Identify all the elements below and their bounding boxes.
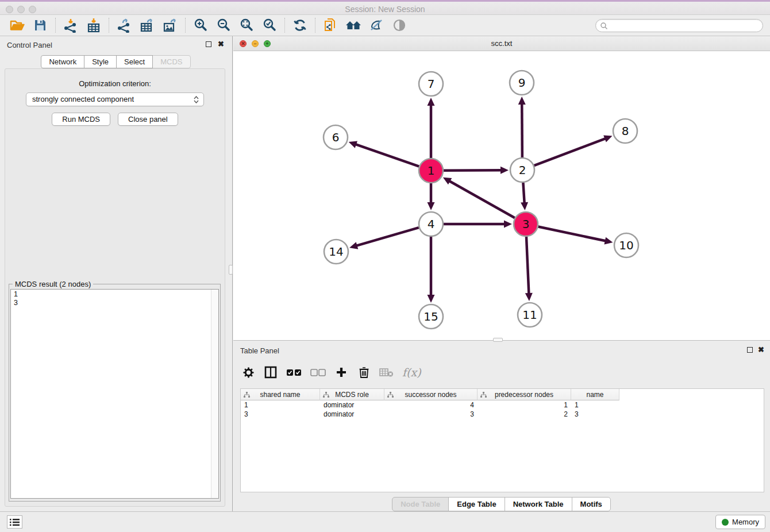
task-history-button[interactable] <box>7 515 22 529</box>
delete-button[interactable] <box>357 364 371 380</box>
window-title: Session: New Session <box>0 5 770 14</box>
tab-edge-table[interactable]: Edge Table <box>448 497 505 511</box>
mcds-panel: Optimization criterion: strongly connect… <box>5 68 225 507</box>
float-panel-icon[interactable] <box>206 41 211 47</box>
zoom-in-button[interactable] <box>189 16 212 34</box>
graph-edge-2-3[interactable] <box>523 183 524 203</box>
zoom-selected-button[interactable] <box>258 16 281 34</box>
graph-edge-1-2[interactable] <box>444 170 502 171</box>
graph-node-label: 7 <box>428 77 435 91</box>
graph-edge-arrowhead <box>525 293 533 301</box>
main-toolbar <box>0 15 770 36</box>
table-cell[interactable]: 3 <box>384 410 478 419</box>
zoom-in-icon <box>193 18 208 33</box>
table-cell[interactable]: dominator <box>320 400 384 410</box>
tab-node-table[interactable]: Node Table <box>392 497 449 511</box>
delete-table-button[interactable] <box>379 364 394 380</box>
mcds-result-line: 1 <box>11 290 218 298</box>
gear-button[interactable] <box>241 364 255 380</box>
deselect-all-columns-button[interactable] <box>310 364 326 380</box>
table-cell[interactable]: dominator <box>320 410 384 419</box>
float-table-panel-icon[interactable] <box>747 347 753 353</box>
graph-node-label: 11 <box>522 308 537 322</box>
export-table-button[interactable] <box>136 16 159 34</box>
control-panel-tabs: Network Style Select MCDS <box>0 55 232 68</box>
graph-node-label: 15 <box>424 310 438 323</box>
zoom-out-button[interactable] <box>212 16 235 34</box>
column-header-mcds-role[interactable]: MCDS role <box>320 389 384 400</box>
graph-edge-3-11[interactable] <box>526 237 529 294</box>
node-table-header: shared name MCDS role successor nodes pr… <box>241 389 764 400</box>
search-input[interactable] <box>608 21 763 31</box>
close-panel-icon[interactable]: ✖ <box>218 40 224 48</box>
tab-select[interactable]: Select <box>116 55 153 68</box>
network-canvas[interactable]: 1234678910111415 <box>233 51 770 340</box>
home-neighbors-icon <box>345 18 362 32</box>
table-cell[interactable]: 3 <box>241 410 320 419</box>
graph-edge-3-1[interactable] <box>449 181 514 218</box>
graph-edge-arrowhead <box>428 202 435 210</box>
graph-edge-3-10[interactable] <box>538 227 606 241</box>
memory-button[interactable]: Memory <box>715 515 765 529</box>
graph-edge-2-9[interactable] <box>522 103 522 157</box>
run-mcds-button[interactable]: Run MCDS <box>52 113 110 126</box>
horizontal-splitter-grip[interactable] <box>493 338 503 342</box>
column-header-name[interactable]: name <box>571 389 619 400</box>
graph-node-label: 10 <box>619 238 633 252</box>
close-table-panel-icon[interactable]: ✖ <box>758 345 764 354</box>
export-image-button[interactable] <box>159 16 182 34</box>
tab-style[interactable]: Style <box>84 55 117 68</box>
criterion-select[interactable]: strongly connected component <box>26 92 204 106</box>
refresh-layout-button[interactable] <box>288 16 311 34</box>
tab-mcds[interactable]: MCDS <box>152 55 190 68</box>
function-builder-button[interactable]: f(x) <box>402 364 421 380</box>
table-row[interactable]: 3dominator323 <box>241 410 764 419</box>
hierarchy-icon <box>244 392 250 398</box>
save-session-button[interactable] <box>29 16 52 34</box>
table-cell[interactable]: 1 <box>241 400 320 410</box>
mcds-result-legend: MCDS result (2 nodes) <box>13 280 93 288</box>
show-graphics-button[interactable] <box>388 16 411 34</box>
copy-network-button[interactable] <box>319 16 342 34</box>
mcds-result-list[interactable]: 13 <box>10 289 219 499</box>
table-cell[interactable]: 2 <box>478 410 571 419</box>
tab-network[interactable]: Network <box>41 55 84 68</box>
column-layout-button[interactable] <box>264 364 278 380</box>
column-header-shared-name[interactable]: shared name <box>241 389 320 400</box>
zoom-out-icon <box>216 18 231 33</box>
hierarchy-icon <box>480 392 487 398</box>
home-neighbors-button[interactable] <box>342 16 365 34</box>
table-cell[interactable]: 1 <box>571 400 619 410</box>
zoom-fit-button[interactable] <box>235 16 258 34</box>
graph-edge-1-6[interactable] <box>355 144 419 167</box>
export-network-icon <box>117 18 132 33</box>
table-panel: Table Panel ✖ <box>233 342 770 511</box>
tab-network-table[interactable]: Network Table <box>505 497 572 511</box>
show-graphics-icon <box>391 18 407 32</box>
table-cell[interactable]: 4 <box>384 400 478 410</box>
add-column-button[interactable] <box>334 364 348 380</box>
zoom-selected-icon <box>262 18 277 33</box>
column-header-successor-nodes[interactable]: successor nodes <box>384 389 478 400</box>
table-cell[interactable]: 3 <box>571 410 619 419</box>
trash-icon <box>359 366 369 379</box>
open-session-button[interactable] <box>6 16 29 34</box>
import-network-button[interactable] <box>59 16 82 34</box>
graph-edge-4-14[interactable] <box>356 228 419 246</box>
tab-motifs[interactable]: Motifs <box>572 497 611 511</box>
import-table-button[interactable] <box>82 16 105 34</box>
control-panel-title: Control Panel <box>7 41 52 49</box>
result-scrollbar[interactable] <box>211 290 218 498</box>
table-cell[interactable]: 1 <box>478 400 571 410</box>
close-panel-button[interactable]: Close panel <box>118 113 178 126</box>
table-row[interactable]: 1dominator411 <box>241 400 764 410</box>
column-header-predecessor-nodes[interactable]: predecessor nodes <box>478 389 571 400</box>
vertical-splitter-grip[interactable] <box>229 265 233 275</box>
select-all-columns-button[interactable] <box>286 364 302 380</box>
export-network-button[interactable] <box>113 16 136 34</box>
toolbar-separator <box>315 18 315 33</box>
network-titlebar: ✕ − + scc.txt <box>233 36 770 51</box>
search-box[interactable] <box>595 19 763 32</box>
hide-annotations-button[interactable] <box>365 16 388 34</box>
graph-edge-2-8[interactable] <box>534 138 606 165</box>
